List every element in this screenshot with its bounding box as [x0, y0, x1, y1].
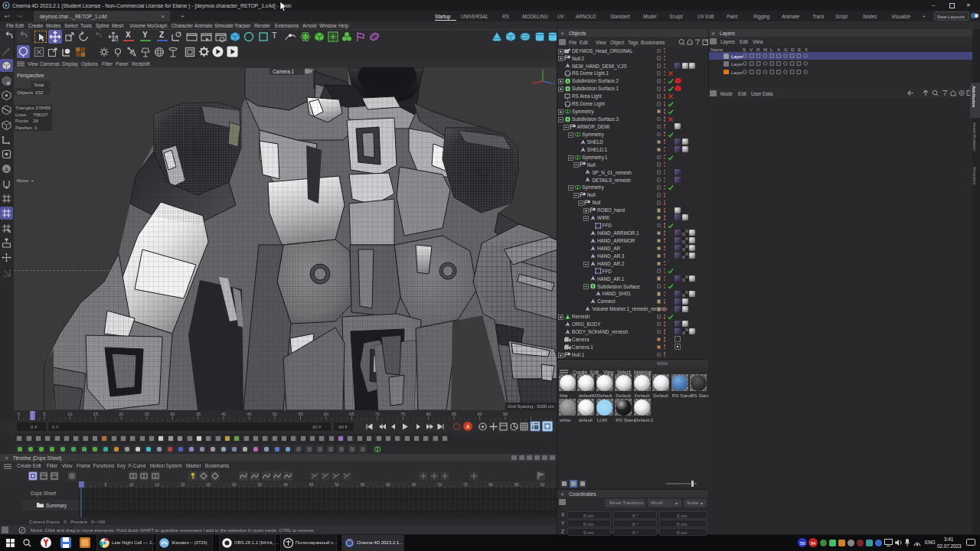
svg-text:5: 5 [105, 482, 107, 487]
svg-text:84: 84 [811, 541, 816, 546]
svg-text:15: 15 [93, 412, 98, 416]
svg-text:45: 45 [247, 412, 252, 416]
svg-text:60: 60 [386, 482, 390, 487]
svg-text:Y: Y [541, 68, 544, 73]
svg-text:70: 70 [375, 412, 380, 416]
svg-text:90: 90 [478, 412, 482, 416]
svg-text:25: 25 [206, 482, 211, 487]
svg-text:Z: Z [553, 81, 555, 86]
svg-text:60: 60 [324, 412, 328, 416]
svg-text:X: X [531, 81, 534, 86]
svg-text:80: 80 [426, 412, 431, 416]
svg-text:75: 75 [400, 412, 405, 416]
svg-text:35: 35 [196, 412, 201, 416]
svg-text:20: 20 [181, 482, 185, 487]
svg-text:75: 75 [463, 482, 468, 487]
svg-text:10: 10 [67, 412, 72, 416]
svg-text:15: 15 [155, 482, 159, 487]
svg-text:10: 10 [129, 482, 134, 487]
svg-text:25: 25 [145, 412, 149, 416]
svg-text:20: 20 [119, 412, 123, 416]
svg-text:35: 35 [257, 482, 262, 487]
svg-text:90: 90 [540, 482, 544, 487]
svg-text:50: 50 [335, 482, 339, 487]
svg-text:59: 59 [800, 541, 805, 546]
svg-text:0: 0 [18, 412, 20, 416]
svg-text:40: 40 [283, 482, 288, 487]
svg-text:40: 40 [221, 412, 226, 416]
svg-text:45: 45 [309, 482, 313, 487]
svg-text:5: 5 [43, 412, 45, 416]
svg-text:A: A [5, 166, 9, 173]
svg-text:55: 55 [298, 412, 302, 416]
svg-text:65: 65 [412, 482, 416, 487]
svg-text:A: A [466, 424, 470, 429]
svg-text:55: 55 [361, 482, 365, 487]
svg-text:30: 30 [170, 412, 175, 416]
svg-text:65: 65 [349, 412, 354, 416]
svg-text:70: 70 [437, 482, 442, 487]
svg-text:80: 80 [488, 482, 493, 487]
svg-text:95: 95 [503, 412, 508, 416]
svg-text:85: 85 [514, 482, 519, 487]
svg-text:85: 85 [452, 412, 456, 416]
svg-text:30: 30 [232, 482, 237, 487]
svg-text:50: 50 [273, 412, 277, 416]
